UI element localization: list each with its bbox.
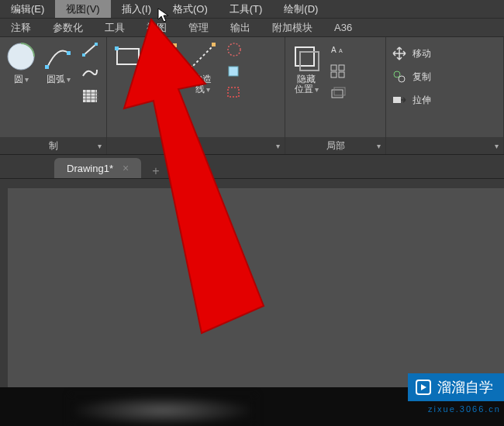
- close-tab-icon[interactable]: ×: [123, 162, 129, 174]
- construction-line-icon: [186, 40, 219, 73]
- tool-select-red[interactable]: [223, 84, 245, 102]
- svg-rect-7: [117, 49, 139, 64]
- svg-rect-18: [228, 88, 239, 97]
- tool-circle[interactable]: 圆▾: [5, 40, 37, 84]
- svg-point-16: [228, 43, 240, 56]
- ribbon-tab-addons[interactable]: 附加模块: [261, 18, 323, 38]
- watermark-sub: zixue.3066.cn: [428, 404, 501, 414]
- panel-view-footer-label: 局部: [326, 139, 345, 153]
- panel-construction-footer[interactable]: ▾: [107, 137, 285, 154]
- add-tab-icon[interactable]: +: [152, 164, 159, 178]
- panel-modify-footer[interactable]: ▾: [386, 137, 503, 154]
- tool-layer[interactable]: [327, 84, 349, 102]
- ribbon: 圆▾ 圆弧▾ 制▾: [0, 37, 504, 155]
- svg-rect-24: [339, 65, 344, 70]
- tool-construction-line[interactable]: 构造 线▾: [186, 40, 219, 94]
- ribbon-tab-manage[interactable]: 管理: [178, 18, 219, 38]
- svg-rect-5: [95, 43, 98, 46]
- tool-copy-label: 复制: [413, 70, 431, 84]
- svg-rect-8: [115, 46, 119, 50]
- ribbon-tab-a360[interactable]: A36: [323, 19, 363, 36]
- tool-cube[interactable]: [223, 62, 245, 81]
- svg-point-29: [394, 71, 400, 77]
- circle-icon: [5, 40, 37, 73]
- document-tab-bar: Drawing1* × +: [0, 155, 504, 178]
- watermark: 溜溜自学 zixue.3066.cn: [408, 373, 504, 401]
- menu-edit[interactable]: 编辑(E): [0, 0, 55, 18]
- tool-stretch-label: 拉伸: [413, 94, 431, 107]
- svg-rect-17: [229, 67, 238, 76]
- move-icon: [391, 45, 408, 62]
- svg-rect-31: [393, 97, 401, 103]
- menu-insert[interactable]: 插入(I): [111, 0, 162, 18]
- scrollbar-vertical[interactable]: [0, 188, 8, 387]
- ribbon-tab-view[interactable]: 视图: [136, 18, 178, 38]
- menu-view[interactable]: 视图(V): [55, 0, 110, 18]
- menu-draw[interactable]: 绘制(D): [273, 0, 329, 18]
- ribbon-tab-annotate[interactable]: 注释: [0, 18, 42, 38]
- watermark-text: 溜溜自学: [437, 378, 493, 397]
- tool-hatch[interactable]: [79, 87, 101, 105]
- tool-line[interactable]: [79, 40, 101, 59]
- svg-rect-26: [339, 72, 344, 77]
- svg-line-13: [190, 44, 215, 69]
- hide-icon: [290, 40, 323, 73]
- panel-modify: 移动 复制 拉伸 ▾: [386, 37, 504, 154]
- tool-hide-label: 隐藏 位置: [295, 74, 316, 94]
- tool-arc-label: 圆弧: [47, 74, 65, 84]
- tool-move[interactable]: 移动: [391, 43, 431, 64]
- svg-rect-1: [45, 65, 49, 69]
- ribbon-tab-strip: 注释 参数化 工具 视图 管理 输出 附加模块 A36: [0, 19, 504, 37]
- svg-rect-20: [300, 52, 319, 70]
- svg-rect-11: [152, 64, 156, 68]
- panel-draw-footer[interactable]: 制▾: [0, 137, 106, 154]
- tool-hide-position[interactable]: 隐藏 位置▾: [290, 40, 323, 94]
- drawing-canvas[interactable]: [0, 178, 504, 387]
- tool-ray[interactable]: 射线 模…: [149, 40, 181, 94]
- copy-icon: [391, 68, 408, 85]
- ribbon-tab-tools[interactable]: 工具: [94, 18, 136, 38]
- tool-stretch[interactable]: 拉伸: [391, 90, 431, 110]
- play-icon: [416, 380, 431, 395]
- tool-polygon[interactable]: [223, 40, 245, 59]
- document-tab[interactable]: Drawing1* ×: [54, 158, 141, 178]
- tool-grid[interactable]: [327, 62, 349, 81]
- ribbon-tab-output[interactable]: 输出: [219, 18, 261, 38]
- svg-rect-12: [173, 43, 177, 47]
- svg-line-3: [84, 44, 96, 55]
- tool-move-label: 移动: [413, 47, 431, 60]
- svg-rect-9: [137, 62, 141, 66]
- tool-copy[interactable]: 复制: [391, 67, 431, 87]
- svg-rect-27: [332, 90, 343, 98]
- arc-icon: [42, 40, 74, 73]
- svg-text:A: A: [339, 48, 343, 53]
- svg-rect-25: [331, 72, 337, 77]
- svg-rect-23: [331, 65, 337, 70]
- panel-view-footer[interactable]: 局部▾: [285, 137, 385, 154]
- svg-rect-14: [188, 66, 192, 70]
- tool-text-scale[interactable]: AA: [327, 40, 349, 59]
- tool-arc[interactable]: 圆弧▾: [42, 40, 74, 84]
- document-tab-title: Drawing1*: [67, 163, 113, 174]
- svg-rect-2: [67, 51, 71, 55]
- tool-rectangle[interactable]: [112, 40, 144, 73]
- ribbon-tab-parametric[interactable]: 参数化: [42, 18, 94, 38]
- panel-view: 隐藏 位置▾ AA 局部▾: [285, 37, 386, 154]
- menu-format[interactable]: 格式(O): [162, 0, 219, 18]
- svg-point-30: [399, 76, 405, 82]
- panel-draw-footer-label: 制: [49, 139, 58, 153]
- rectangle-icon: [112, 40, 144, 73]
- svg-rect-28: [334, 88, 345, 95]
- tool-circle-label: 圆: [14, 74, 23, 84]
- panel-construction: 射线 模… 构造 线▾ ▾: [107, 37, 285, 154]
- tool-ray-label: 射线 模…: [156, 74, 174, 94]
- menu-tools[interactable]: 工具(T): [219, 0, 274, 18]
- svg-rect-19: [295, 47, 314, 66]
- tool-polyline[interactable]: [79, 64, 101, 82]
- svg-line-10: [154, 46, 176, 67]
- ray-icon: [149, 40, 181, 73]
- menu-bar: 编辑(E) 视图(V) 插入(I) 格式(O) 工具(T) 绘制(D): [0, 0, 504, 19]
- svg-rect-15: [212, 43, 216, 46]
- panel-draw: 圆▾ 圆弧▾ 制▾: [0, 37, 107, 154]
- stretch-icon: [391, 91, 408, 108]
